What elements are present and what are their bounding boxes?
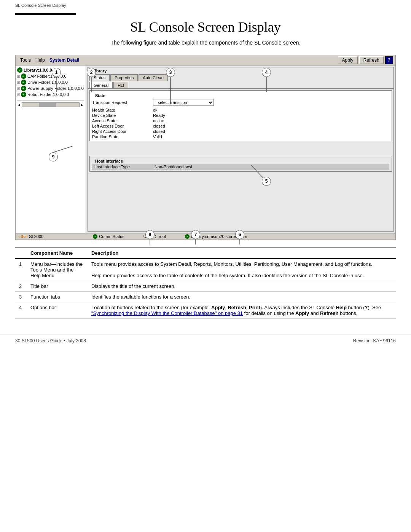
- breadcrumb: SL Console Screen Display: [15, 3, 66, 8]
- tree-library-label: Library:1,0,0,0,0: [24, 68, 56, 72]
- check-icon-robot: ✓: [21, 92, 26, 97]
- tree-drive-label: Drive Folder:1,0,0,0,0: [27, 80, 68, 85]
- table-row: 1 Menu bar—includes theTools Menu and th…: [15, 259, 396, 281]
- table-row-description: Identifies the available functions for a…: [88, 292, 396, 302]
- transition-select[interactable]: -select-transition-: [153, 99, 214, 106]
- left-door-label: Left Access Door: [92, 124, 153, 128]
- tab-properties[interactable]: Properties: [110, 74, 138, 81]
- state-group: State Transition Request -select-transit…: [89, 90, 392, 141]
- tree-item-drive[interactable]: ⊞ ✓ Drive Folder:1,0,0,0,0: [17, 79, 84, 85]
- access-state-label: Access State: [92, 118, 153, 123]
- table-row-name: Title bar: [27, 281, 88, 292]
- tree-cap-label: CAP Folder:1,0,0,0,0: [27, 74, 67, 78]
- callout-4: 4: [262, 68, 271, 77]
- table-row: 3 Function tabs Identifies the available…: [15, 292, 396, 302]
- table-row: 2 Title bar Displays the title of the cu…: [15, 281, 396, 292]
- host-group-title: Host Interface: [94, 159, 124, 163]
- library-group: Library Status Properties Auto Clean Gen…: [88, 67, 394, 232]
- tree-scrollbar-area: ◄ ►: [17, 101, 84, 107]
- library-check-icon: ✓: [185, 234, 190, 239]
- table-row-name: Function tabs: [27, 292, 88, 302]
- menu-help[interactable]: Help: [33, 57, 47, 64]
- host-group: Host Interface Host Interface Type Non-P…: [89, 156, 392, 172]
- spacer: [88, 143, 393, 154]
- table-row-description: Displays the title of the current screen…: [88, 281, 396, 292]
- table-row-name: Menu bar—includes theTools Menu and theH…: [27, 259, 88, 281]
- page-title: SL Console Screen Display: [0, 19, 411, 35]
- product-name: SL3000: [29, 234, 43, 239]
- host-interface-type-value: Non-Partitioned scsi: [155, 165, 192, 169]
- table-row-name: Options bar: [27, 302, 88, 319]
- callout-1: 1: [52, 68, 61, 77]
- right-door-label: Right Access Door: [92, 129, 153, 134]
- table-row-num: 3: [15, 292, 27, 302]
- expand-icon-power: ⊞: [17, 86, 20, 91]
- footer-left: 30 SL500 User's Guide • July 2008: [15, 338, 86, 343]
- ui-tree: ✓ Library:1,0,0,0,0 ⊞ ✓ CAP Folder:1,0,0…: [16, 66, 86, 233]
- apply-button[interactable]: Apply: [338, 56, 358, 64]
- sub-tab-general[interactable]: General: [89, 82, 113, 88]
- access-state-value: online: [153, 118, 164, 123]
- state-row-right-door: Right Access Door closed: [92, 129, 389, 134]
- callout-5: 5: [262, 177, 271, 186]
- comm-check-icon: ✓: [93, 234, 97, 239]
- table-row-num: 1: [15, 259, 27, 281]
- scroll-right-icon[interactable]: ►: [80, 103, 84, 107]
- tree-item-library[interactable]: ✓ Library:1,0,0,0,0: [17, 67, 84, 73]
- tree-item-robot[interactable]: ⊞ ✓ Robot Folder:1,0,0,0,0: [17, 91, 84, 97]
- help-button[interactable]: ?: [385, 56, 393, 64]
- left-door-value: closed: [153, 124, 165, 128]
- ui-statusbar: ☼Sun SL3000 ✓ Comm Status UserID: root ✓…: [16, 233, 395, 240]
- callout-8: 8: [145, 230, 155, 239]
- sub-tab-hli[interactable]: HLI: [113, 82, 128, 88]
- right-door-value: closed: [153, 129, 165, 134]
- state-row-left-door: Left Access Door closed: [92, 123, 389, 129]
- table-row-description: Location of buttons related to the scree…: [88, 302, 396, 319]
- ui-right: Library Status Properties Auto Clean Gen…: [86, 66, 395, 233]
- horizontal-scrollbar[interactable]: [22, 102, 80, 107]
- expand-icon-drive: ⊞: [17, 80, 20, 85]
- check-icon-cap: ✓: [21, 73, 26, 79]
- callout-2: 2: [87, 68, 96, 77]
- transition-row: Transition Request -select-transition-: [92, 98, 389, 107]
- table-row: 4 Options bar Location of buttons relate…: [15, 302, 396, 319]
- table-header-num: [15, 248, 27, 259]
- state-row-device: Device State Ready: [92, 113, 389, 118]
- partition-label: Partition State: [92, 134, 153, 139]
- tree-item-cap[interactable]: ⊞ ✓ CAP Folder:1,0,0,0,0: [17, 73, 84, 79]
- tree-power-label: Power Supply Folder:1,0,0,0,0: [27, 86, 84, 91]
- description-table: Component Name Description 1 Menu bar—in…: [15, 248, 396, 319]
- table-header-description: Description: [88, 248, 396, 259]
- page-subtitle: The following figure and table explain t…: [0, 40, 411, 46]
- partition-value: Valid: [153, 134, 162, 139]
- tree-robot-label: Robot Folder:1,0,0,0,0: [27, 92, 69, 97]
- check-icon-power: ✓: [21, 86, 26, 91]
- host-interface-row: Host Interface Type Non-Partitioned scsi: [92, 164, 389, 170]
- tree-item-power[interactable]: ⊞ ✓ Power Supply Folder:1,0,0,0,0: [17, 85, 84, 91]
- tab-bar: Status Properties Auto Clean: [88, 73, 393, 81]
- menu-tools[interactable]: Tools: [18, 57, 33, 64]
- device-state-value: Ready: [153, 113, 165, 118]
- callout-3: 3: [166, 68, 175, 77]
- page-footer: 30 SL500 User's Guide • July 2008 Revisi…: [0, 334, 411, 347]
- comm-status-label: Comm Status: [99, 234, 124, 239]
- health-state-value: ok: [153, 108, 158, 112]
- callout-9: 9: [49, 152, 58, 161]
- screenshot-wrapper: 1 2 3 4 Tools Help System Detail Apply R…: [15, 55, 396, 240]
- page-header: SL Console Screen Display: [0, 0, 411, 9]
- top-rule: [15, 13, 76, 15]
- table-header-component: Component Name: [27, 248, 88, 259]
- scroll-left-icon[interactable]: ◄: [17, 103, 21, 107]
- tab-auto-clean[interactable]: Auto Clean: [139, 74, 167, 81]
- callout-6: 6: [235, 230, 244, 239]
- menu-system-detail[interactable]: System Detail: [47, 57, 82, 64]
- state-group-title: State: [94, 93, 107, 98]
- health-state-label: Health State: [92, 108, 153, 112]
- refresh-button[interactable]: Refresh: [359, 56, 384, 64]
- expand-icon: ⊞: [17, 74, 20, 78]
- transition-label: Transition Request: [92, 100, 153, 105]
- host-interface-type-label: Host Interface Type: [94, 165, 155, 169]
- state-row-access: Access State online: [92, 118, 389, 123]
- device-state-label: Device State: [92, 113, 153, 118]
- footer-right: Revision: KA • 96116: [353, 338, 396, 343]
